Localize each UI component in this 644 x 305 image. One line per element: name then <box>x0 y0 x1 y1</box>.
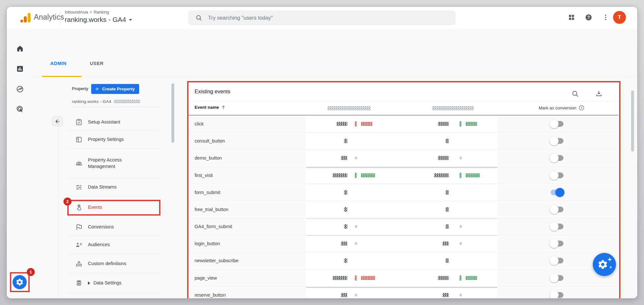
table-search-icon[interactable] <box>571 90 579 97</box>
mark-as-conversion-toggle[interactable] <box>551 155 563 161</box>
home-icon[interactable] <box>16 45 24 52</box>
redacted-metric <box>438 276 449 280</box>
advertising-icon[interactable] <box>16 105 24 113</box>
analytics-logo-icon <box>20 12 31 23</box>
tab-admin[interactable]: ADMIN <box>50 61 67 66</box>
more-vert-icon[interactable] <box>602 14 610 21</box>
mark-as-conversion-toggle[interactable] <box>551 241 563 246</box>
event-name: click <box>195 121 204 126</box>
property-selector[interactable]: ranking.works - GA4 <box>65 16 132 23</box>
event-name: first_visit <box>195 173 213 178</box>
redacted-value <box>459 225 462 228</box>
existing-events-card: Existing events Event name Mark as conve… <box>189 83 619 299</box>
sidebar-item-data-settings[interactable]: Data Settings <box>67 273 161 293</box>
sidebar-item-audiences[interactable]: Audiences <box>67 236 161 254</box>
content-area: ADMIN USER Property Create Property rank… <box>7 29 637 298</box>
breadcrumb[interactable]: InboundAsia>Ranking <box>65 10 109 14</box>
event-name: login_button <box>195 241 220 246</box>
redacted-value <box>459 121 462 126</box>
redacted-value <box>361 173 375 177</box>
redacted-value <box>361 122 372 126</box>
redacted-value <box>438 122 449 126</box>
expand-caret-icon[interactable] <box>88 282 90 285</box>
event-name: reserve_button <box>195 292 226 298</box>
sidebar-item-label: Data Settings <box>93 280 121 286</box>
mark-as-conversion-toggle[interactable] <box>551 121 563 127</box>
property-nav-list: Setup AssistantProperty SettingsProperty… <box>67 114 161 293</box>
change-indicator <box>459 294 462 296</box>
search-input[interactable] <box>207 14 433 21</box>
mark-as-conversion-toggle[interactable] <box>551 138 563 144</box>
change-indicator <box>459 242 462 245</box>
sidebar-item-conversions[interactable]: Conversions <box>67 219 161 236</box>
redacted-value <box>355 275 357 281</box>
mark-as-conversion-toggle[interactable] <box>551 224 563 229</box>
redacted-metric <box>344 139 347 143</box>
toggle-knob <box>550 205 559 214</box>
mark-as-conversion-toggle[interactable] <box>551 189 563 195</box>
column-header-event-name[interactable]: Event name <box>195 105 226 110</box>
mark-as-conversion-toggle[interactable] <box>551 172 563 178</box>
plus-icon <box>94 86 100 92</box>
sidebar-item-property-access-management[interactable]: Property Access Management <box>67 149 161 179</box>
explore-icon[interactable] <box>16 85 24 93</box>
redacted-value <box>466 122 477 126</box>
create-property-label: Create Property <box>102 87 135 91</box>
sidebar-item-custom-definitions[interactable]: Custom definitions <box>67 254 161 273</box>
breadcrumb-account[interactable]: InboundAsia <box>65 10 88 14</box>
breadcrumb-view[interactable]: Ranking <box>94 10 109 14</box>
redacted-value <box>341 293 347 297</box>
events-icon <box>75 204 83 211</box>
apps-grid-icon[interactable] <box>568 14 575 21</box>
annotation-badge-2: 2 <box>63 198 72 206</box>
table-row: consult_button <box>189 133 619 150</box>
selected-property-name: ranking.works - GA4 <box>72 99 140 104</box>
redacted-property-id <box>114 100 140 103</box>
redacted-value <box>438 156 449 160</box>
page-scrollbar[interactable] <box>631 90 634 152</box>
avatar[interactable]: T <box>613 11 626 24</box>
back-arrow-icon <box>54 118 61 125</box>
redacted-metric <box>344 224 347 229</box>
table-row: GA4_form_submit <box>189 218 619 235</box>
redacted-metric <box>341 242 347 246</box>
mark-as-conversion-toggle[interactable] <box>551 258 563 263</box>
sidebar-item-label: Events <box>88 204 102 211</box>
redacted-value <box>344 258 347 263</box>
panel-scrollbar[interactable] <box>171 83 174 143</box>
sidebar-item-property-settings[interactable]: Property Settings <box>67 131 161 149</box>
top-bar: Analytics InboundAsia>Ranking ranking.wo… <box>7 7 637 29</box>
reports-icon[interactable] <box>16 65 24 73</box>
global-search[interactable] <box>188 10 456 25</box>
table-row: form_submit <box>189 184 619 201</box>
sidebar-item-label: Custom definitions <box>88 261 126 267</box>
mark-as-conversion-toggle[interactable] <box>551 292 563 298</box>
redacted-metric <box>442 242 449 246</box>
mark-as-conversion-toggle[interactable] <box>551 275 563 281</box>
redacted-column-header <box>432 106 474 110</box>
sidebar-item-data-streams[interactable]: Data Streams <box>67 179 161 196</box>
redacted-value <box>466 173 480 177</box>
redacted-metric <box>446 190 449 195</box>
change-indicator <box>355 275 375 281</box>
tabbar-divider <box>33 77 637 77</box>
property-name-divider <box>72 106 161 107</box>
insights-fab[interactable] <box>593 253 616 276</box>
sidebar-item-setup-assistant[interactable]: Setup Assistant <box>67 114 161 131</box>
sidebar-item-events[interactable]: Events2 <box>67 196 161 219</box>
redacted-value <box>355 121 357 126</box>
create-property-button[interactable]: Create Property <box>91 84 139 94</box>
download-icon[interactable] <box>595 90 603 97</box>
redacted-value <box>344 224 347 229</box>
back-button[interactable] <box>52 116 63 126</box>
property-settings-icon <box>75 136 83 143</box>
column-header-mark-as-conversion: Mark as conversion ? <box>539 105 584 111</box>
question-circle-icon[interactable]: ? <box>579 105 584 111</box>
admin-gear-button[interactable] <box>13 275 27 289</box>
redacted-value <box>442 242 449 246</box>
help-icon[interactable]: ? <box>585 14 592 21</box>
sparkle-icon <box>607 257 612 262</box>
mark-as-conversion-toggle[interactable] <box>551 207 563 212</box>
event-name: GA4_form_submit <box>195 224 232 229</box>
tab-user[interactable]: USER <box>90 61 104 66</box>
